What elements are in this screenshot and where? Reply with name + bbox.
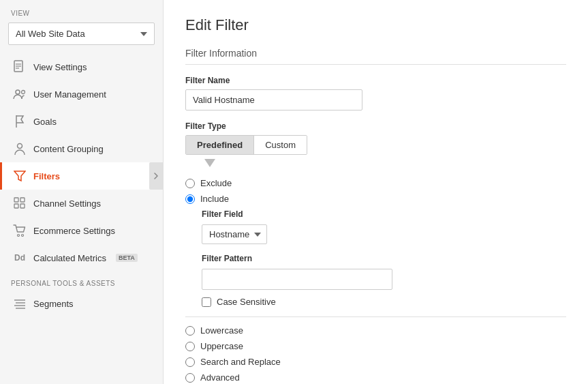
custom-button[interactable]: Custom xyxy=(254,136,307,154)
filter-name-group: Filter Name xyxy=(185,76,566,121)
filter-type-group: Filter Type Predefined Custom xyxy=(185,121,566,167)
filter-pattern-input[interactable] xyxy=(202,269,392,290)
beta-badge: BETA xyxy=(116,254,138,262)
person-icon xyxy=(13,142,27,156)
sidebar: VIEW All Web Site Data View Settings xyxy=(0,0,164,384)
sidebar-item-label: Content Grouping xyxy=(33,144,104,154)
sidebar-item-label: Calculated Metrics xyxy=(33,253,106,263)
search-replace-radio[interactable] xyxy=(185,357,195,367)
sidebar-item-segments[interactable]: Segments xyxy=(0,290,163,317)
view-select-wrap: All Web Site Data xyxy=(0,20,163,53)
sidebar-item-content-grouping[interactable]: Content Grouping xyxy=(0,135,163,162)
filter-name-label: Filter Name xyxy=(185,76,566,85)
advanced-option: Advanced xyxy=(185,372,566,383)
svg-point-5 xyxy=(22,91,25,94)
filter-icon xyxy=(13,169,27,183)
search-replace-label: Search and Replace xyxy=(200,357,281,367)
sidebar-nav: View Settings User Management Goals xyxy=(0,53,163,271)
sidebar-item-label: Ecommerce Settings xyxy=(33,226,115,236)
sidebar-item-ecommerce-settings[interactable]: Ecommerce Settings xyxy=(0,217,163,244)
svg-rect-11 xyxy=(20,204,25,208)
sidebar-item-goals[interactable]: Goals xyxy=(0,108,163,135)
personal-tools-label: PERSONAL TOOLS & ASSETS xyxy=(0,271,163,290)
sidebar-item-label: Filters xyxy=(33,171,60,181)
people-icon xyxy=(13,87,27,101)
include-details: Filter Field Hostname Filter Pattern Cas… xyxy=(202,209,566,307)
view-label: VIEW xyxy=(0,0,163,20)
exclude-label: Exclude xyxy=(200,178,232,188)
svg-point-13 xyxy=(22,235,24,237)
uppercase-radio[interactable] xyxy=(185,342,195,351)
search-replace-option: Search and Replace xyxy=(185,357,566,367)
page-title: Edit Filter xyxy=(185,16,566,34)
sidebar-item-label: Goals xyxy=(33,117,57,127)
svg-point-7 xyxy=(18,144,22,149)
sidebar-item-filters[interactable]: Filters xyxy=(0,162,163,190)
sidebar-item-view-settings[interactable]: View Settings xyxy=(0,53,163,80)
include-option: Include xyxy=(185,194,566,204)
filter-type-label: Filter Type xyxy=(185,121,566,131)
filter-name-input[interactable] xyxy=(185,89,362,110)
view-select[interactable]: All Web Site Data xyxy=(8,23,155,45)
sidebar-item-label: View Settings xyxy=(33,62,87,72)
section-title: Filter Information xyxy=(185,48,566,65)
exclude-include-group: Exclude Include xyxy=(185,178,566,204)
flag-icon xyxy=(13,115,27,128)
exclude-radio[interactable] xyxy=(185,179,195,188)
svg-rect-10 xyxy=(14,204,18,208)
svg-point-4 xyxy=(16,90,20,94)
lowercase-option: Lowercase xyxy=(185,325,566,336)
lowercase-radio[interactable] xyxy=(185,326,195,336)
filter-pattern-label: Filter Pattern xyxy=(202,254,566,263)
segments-icon xyxy=(13,297,27,310)
collapse-arrow[interactable] xyxy=(149,162,163,190)
divider xyxy=(185,316,566,317)
predefined-button[interactable]: Predefined xyxy=(186,136,254,154)
sidebar-item-calculated-metrics[interactable]: Dd Calculated Metrics BETA xyxy=(0,244,163,271)
advanced-label: Advanced xyxy=(200,372,240,383)
other-options-group: Lowercase Uppercase Search and Replace A… xyxy=(185,325,566,383)
sidebar-item-channel-settings[interactable]: Channel Settings xyxy=(0,190,163,217)
include-radio[interactable] xyxy=(185,194,195,204)
filter-field-label: Filter Field xyxy=(202,209,566,219)
case-sensitive-label: Case Sensitive xyxy=(217,297,276,307)
cart-icon xyxy=(13,224,27,237)
case-sensitive-group: Case Sensitive xyxy=(202,297,566,307)
hostname-select[interactable]: Hostname xyxy=(202,224,267,244)
uppercase-label: Uppercase xyxy=(200,341,243,351)
exclude-option: Exclude xyxy=(185,178,566,188)
svg-rect-9 xyxy=(20,198,25,202)
dropdown-arrow xyxy=(204,159,566,167)
lowercase-label: Lowercase xyxy=(200,325,243,336)
advanced-radio[interactable] xyxy=(185,373,195,383)
grid-icon xyxy=(13,196,27,210)
svg-point-12 xyxy=(18,235,20,237)
dd-icon: Dd xyxy=(13,251,27,265)
file-icon xyxy=(13,60,27,74)
sidebar-item-label: User Management xyxy=(33,89,106,100)
filter-type-btn-group: Predefined Custom xyxy=(185,135,307,155)
uppercase-option: Uppercase xyxy=(185,341,566,351)
sidebar-item-label: Channel Settings xyxy=(33,198,101,209)
svg-rect-8 xyxy=(14,198,18,202)
main-content: Edit Filter Filter Information Filter Na… xyxy=(164,0,588,384)
case-sensitive-checkbox[interactable] xyxy=(202,297,211,307)
personal-nav: Segments xyxy=(0,290,163,317)
sidebar-item-user-management[interactable]: User Management xyxy=(0,80,163,108)
sidebar-item-label: Segments xyxy=(33,299,74,309)
include-label: Include xyxy=(200,194,229,204)
